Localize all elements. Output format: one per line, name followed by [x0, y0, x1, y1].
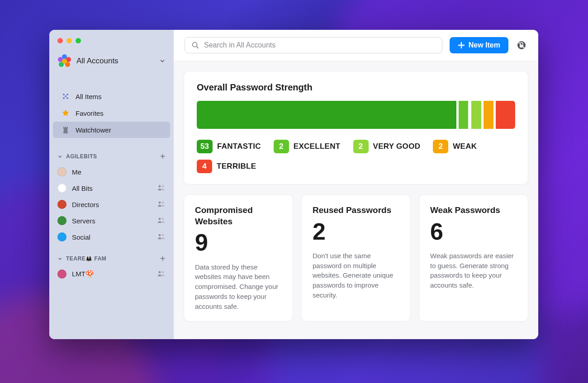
stat-card-title: Weak Passwords: [430, 205, 517, 216]
svg-point-13: [159, 271, 161, 273]
shared-icon: [157, 270, 166, 278]
svg-point-11: [159, 234, 161, 236]
strength-card-title: Overall Password Strength: [197, 82, 515, 93]
svg-point-2: [63, 97, 65, 99]
bar-segment-terrible: [496, 101, 515, 129]
stat-card-weak[interactable]: Weak Passwords 6 Weak passwords are easi…: [419, 194, 528, 322]
vault-icon: [57, 270, 66, 279]
lock-crossed-icon: [517, 40, 526, 50]
account-title: All Accounts: [76, 57, 154, 66]
legend-label: VERY GOOD: [373, 142, 421, 151]
stat-cards-row: Compromised Websites 9 Data stored by th…: [184, 194, 528, 322]
svg-point-4: [65, 95, 66, 97]
strength-card: Overall Password Strength 53 FANTASTIC 2…: [184, 71, 528, 184]
app-logo-icon: [57, 54, 71, 68]
stat-card-reused[interactable]: Reused Passwords 2 Don't use the same pa…: [301, 194, 411, 322]
minimize-window-button[interactable]: [66, 38, 72, 43]
stat-card-value: 9: [195, 230, 282, 255]
vault-label: Servers: [72, 217, 95, 225]
svg-point-5: [159, 185, 161, 187]
legend-item: 2 VERY GOOD: [353, 140, 421, 153]
add-vault-button[interactable]: +: [160, 254, 166, 263]
nav-section: All Items Favorites Watchtower: [49, 74, 174, 143]
search-icon: [191, 41, 199, 49]
new-item-button[interactable]: New Item: [450, 37, 508, 53]
sidebar-item-all-items[interactable]: All Items: [53, 88, 170, 104]
vault-label: All Bits: [72, 184, 93, 192]
stat-card-value: 6: [430, 219, 517, 245]
strength-bar-chart: [197, 101, 515, 129]
main-area: New Item Overall Password Strength 53 FA…: [174, 30, 538, 339]
vault-item-me[interactable]: Me: [49, 164, 174, 180]
sidebar-item-favorites[interactable]: Favorites: [53, 105, 170, 121]
shared-icon: [157, 217, 166, 225]
svg-point-0: [63, 94, 65, 95]
legend-count-badge: 4: [197, 160, 212, 173]
svg-point-9: [159, 218, 161, 220]
account-selector[interactable]: All Accounts: [49, 48, 174, 74]
legend-label: FANTASTIC: [217, 142, 261, 151]
vault-icon: [57, 167, 66, 176]
stat-card-description: Don't use the same password on multiple …: [313, 251, 399, 300]
shared-icon: [157, 184, 166, 192]
vault-item-allbits[interactable]: All Bits: [49, 180, 174, 196]
add-vault-button[interactable]: +: [160, 152, 166, 161]
svg-point-12: [162, 234, 164, 236]
new-item-label: New Item: [469, 41, 500, 49]
lock-button[interactable]: [516, 39, 527, 51]
stat-card-value: 2: [313, 219, 399, 245]
legend-count-badge: 2: [433, 140, 448, 153]
close-window-button[interactable]: [57, 38, 63, 43]
topbar: New Item: [174, 30, 538, 61]
sidebar-item-label: All Items: [76, 93, 102, 100]
svg-point-3: [66, 97, 68, 99]
group-label: TEARE👪 FAM: [66, 255, 106, 262]
content-area: Overall Password Strength 53 FANTASTIC 2…: [174, 61, 538, 339]
stat-card-title: Reused Passwords: [313, 205, 399, 216]
stat-card-description: Weak passwords are easier to guess. Gene…: [430, 251, 517, 290]
vault-label: Directors: [72, 201, 99, 208]
group-header-teare-fam[interactable]: TEARE👪 FAM +: [49, 245, 174, 266]
sidebar-item-label: Favorites: [76, 109, 104, 117]
group-header-agilebits[interactable]: AGILEBITS +: [49, 143, 174, 164]
legend-count-badge: 2: [353, 140, 369, 153]
legend-item: 2 EXCELLENT: [274, 140, 341, 153]
legend-count-badge: 2: [274, 140, 289, 153]
sidebar-item-label: Watchtower: [76, 126, 111, 134]
svg-point-14: [162, 271, 164, 273]
chevron-down-icon: [57, 256, 62, 261]
chevron-down-icon: [57, 154, 62, 159]
vault-label: LMT🍄: [72, 270, 94, 278]
search-field[interactable]: [185, 37, 442, 53]
vault-label: Me: [72, 168, 81, 176]
star-icon: [61, 109, 70, 118]
stat-card-compromised[interactable]: Compromised Websites 9 Data stored by th…: [184, 194, 293, 322]
plus-icon: [458, 42, 465, 49]
sidebar-item-watchtower[interactable]: Watchtower: [53, 122, 170, 138]
shared-icon: [157, 233, 166, 241]
vault-icon: [57, 216, 66, 225]
vault-item-directors[interactable]: Directors: [49, 196, 174, 213]
bar-segment-verygood: [471, 101, 481, 129]
svg-point-8: [162, 201, 164, 203]
fullscreen-window-button[interactable]: [76, 38, 81, 43]
vault-item-social[interactable]: Social: [49, 229, 174, 245]
bar-segment-excellent: [459, 101, 469, 129]
legend-item: 2 WEAK: [433, 140, 477, 153]
vault-icon: [57, 184, 66, 193]
legend-item: 4 TERRIBLE: [197, 160, 256, 173]
legend-label: TERRIBLE: [217, 162, 256, 171]
svg-point-6: [162, 185, 164, 187]
all-items-icon: [61, 92, 70, 101]
window-controls: [49, 34, 174, 48]
vault-item-lmt[interactable]: LMT🍄: [49, 266, 174, 282]
svg-point-10: [162, 218, 164, 220]
stat-card-title: Compromised Websites: [195, 205, 282, 227]
vault-item-servers[interactable]: Servers: [49, 213, 174, 229]
group-label: AGILEBITS: [66, 153, 97, 160]
vault-label: Social: [72, 233, 90, 241]
app-window: All Accounts All Items Favorites Wat: [49, 30, 538, 339]
search-input[interactable]: [204, 41, 436, 49]
sidebar: All Accounts All Items Favorites Wat: [49, 30, 174, 339]
bar-segment-weak: [484, 101, 493, 129]
